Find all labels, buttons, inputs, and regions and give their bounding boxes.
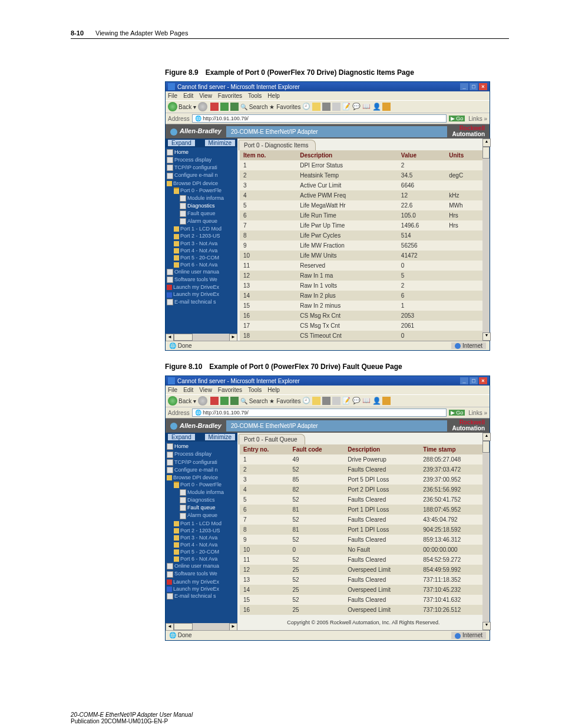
nav-item[interactable]: Port 6 - Not Ava bbox=[167, 555, 237, 562]
history-icon[interactable]: 🕘 bbox=[302, 397, 310, 405]
stop-icon[interactable] bbox=[210, 397, 219, 405]
links-label[interactable]: Links » bbox=[468, 116, 487, 122]
back-button[interactable]: Back ▾ bbox=[168, 396, 196, 406]
content-tab[interactable]: Port 0 - Fault Queue bbox=[239, 434, 305, 444]
nav-item[interactable]: Port 1 - LCD Mod bbox=[167, 520, 237, 527]
minimize-button[interactable]: Minimize bbox=[205, 434, 235, 440]
nav-item[interactable]: Diagnostics bbox=[167, 202, 237, 210]
menu-item[interactable]: Favorites bbox=[218, 93, 242, 99]
menu-item[interactable]: File bbox=[168, 387, 177, 393]
gear-icon[interactable] bbox=[382, 103, 391, 111]
home-icon[interactable] bbox=[230, 397, 239, 405]
menu-item[interactable]: View bbox=[199, 387, 212, 393]
nav-item[interactable]: Port 2 - 1203-US bbox=[167, 527, 237, 534]
print-icon[interactable] bbox=[322, 103, 330, 111]
address-input[interactable]: 🌐 http://10.91.100.79/ bbox=[192, 114, 447, 123]
maximize-button[interactable]: □ bbox=[470, 83, 478, 90]
edit-icon[interactable]: 📝 bbox=[342, 103, 351, 111]
nav-item[interactable]: Module informa bbox=[167, 489, 237, 496]
go-button[interactable]: ▶ Go bbox=[449, 116, 465, 121]
nav-item[interactable]: Port 1 - LCD Mod bbox=[167, 225, 237, 232]
back-button[interactable]: Back ▾ bbox=[168, 102, 196, 111]
nav-item[interactable]: Port 6 - Not Ava bbox=[167, 261, 237, 268]
nav-item[interactable]: Module informa bbox=[167, 195, 237, 202]
discuss-icon[interactable]: 💬 bbox=[352, 397, 361, 405]
content-tab[interactable]: Port 0 - Diagnostic Items bbox=[239, 140, 316, 150]
minimize-button[interactable]: _ bbox=[460, 83, 468, 90]
print-icon[interactable] bbox=[322, 397, 330, 405]
home-icon[interactable] bbox=[230, 103, 239, 111]
favorites-button[interactable]: ★ Favorites bbox=[269, 398, 300, 404]
nav-item[interactable]: Home bbox=[167, 443, 237, 450]
nav-item[interactable]: Configure e-mail n bbox=[167, 466, 237, 474]
menu-item[interactable]: Favorites bbox=[218, 387, 242, 393]
nav-item[interactable]: Port 5 - 20-COM bbox=[167, 548, 237, 555]
menu-item[interactable]: Help bbox=[267, 93, 280, 99]
folder-icon[interactable] bbox=[312, 103, 320, 111]
nav-item[interactable]: Diagnostics bbox=[167, 496, 237, 504]
vertical-scrollbar[interactable]: ▲▼ bbox=[482, 139, 490, 341]
nav-item[interactable]: Process display bbox=[167, 450, 237, 458]
nav-item[interactable]: Process display bbox=[167, 156, 237, 164]
menu-item[interactable]: Tools bbox=[248, 93, 262, 99]
nav-item[interactable]: Launch my DriveEx bbox=[167, 284, 237, 291]
messenger-icon[interactable]: 👤 bbox=[372, 397, 381, 405]
menu-item[interactable]: File bbox=[168, 93, 177, 99]
stop-icon[interactable] bbox=[210, 103, 219, 111]
nav-item[interactable]: Home bbox=[167, 149, 237, 156]
nav-item[interactable]: Port 4 - Not Ava bbox=[167, 247, 237, 254]
mail-icon[interactable] bbox=[332, 103, 340, 111]
search-button[interactable]: 🔍 Search bbox=[240, 104, 267, 110]
mail-icon[interactable] bbox=[332, 397, 340, 405]
gear-icon[interactable] bbox=[382, 397, 391, 405]
forward-button[interactable] bbox=[198, 102, 207, 111]
refresh-icon[interactable] bbox=[220, 103, 229, 111]
nav-scrollbar[interactable]: ◄► bbox=[166, 623, 237, 630]
search-button[interactable]: 🔍 Search bbox=[240, 398, 267, 404]
close-button[interactable]: × bbox=[479, 83, 487, 90]
menu-item[interactable]: Edit bbox=[183, 387, 193, 393]
nav-item[interactable]: Port 2 - 1203-US bbox=[167, 232, 237, 239]
nav-item[interactable]: Launch my DriveEx bbox=[167, 578, 237, 585]
messenger-icon[interactable]: 👤 bbox=[372, 103, 381, 111]
edit-icon[interactable]: 📝 bbox=[342, 397, 351, 405]
forward-button[interactable] bbox=[198, 396, 207, 406]
nav-item[interactable]: TCP/IP configurati bbox=[167, 164, 237, 172]
nav-item[interactable]: E-mail technical s bbox=[167, 298, 237, 306]
nav-item[interactable]: Alarm queue bbox=[167, 512, 237, 519]
nav-item[interactable]: Fault queue bbox=[167, 504, 237, 512]
nav-item[interactable]: Software tools We bbox=[167, 570, 237, 578]
nav-item[interactable]: Port 4 - Not Ava bbox=[167, 541, 237, 548]
menu-item[interactable]: Tools bbox=[248, 387, 262, 393]
minimize-button[interactable]: _ bbox=[460, 377, 468, 384]
nav-item[interactable]: Browse DPI device bbox=[167, 180, 237, 187]
nav-item[interactable]: Port 0 - PowerFle bbox=[167, 187, 237, 195]
favorites-button[interactable]: ★ Favorites bbox=[269, 104, 300, 110]
nav-item[interactable]: E-mail technical s bbox=[167, 592, 237, 600]
nav-item[interactable]: Online user manua bbox=[167, 268, 237, 276]
go-button[interactable]: ▶ Go bbox=[449, 410, 465, 416]
nav-item[interactable]: Browse DPI device bbox=[167, 474, 237, 481]
vertical-scrollbar[interactable]: ▲▼ bbox=[482, 433, 490, 630]
nav-item[interactable]: TCP/IP configurati bbox=[167, 459, 237, 466]
close-button[interactable]: × bbox=[479, 377, 487, 384]
links-label[interactable]: Links » bbox=[468, 410, 487, 416]
refresh-icon[interactable] bbox=[220, 397, 229, 405]
maximize-button[interactable]: □ bbox=[470, 377, 478, 384]
research-icon[interactable]: 📖 bbox=[362, 103, 371, 111]
expand-button[interactable]: Expand bbox=[168, 140, 195, 146]
history-icon[interactable]: 🕘 bbox=[302, 103, 310, 111]
nav-item[interactable]: Configure e-mail n bbox=[167, 172, 237, 179]
nav-item[interactable]: Alarm queue bbox=[167, 218, 237, 225]
expand-button[interactable]: Expand bbox=[168, 434, 195, 440]
address-input[interactable]: 🌐 http://10.91.100.79/ bbox=[192, 409, 447, 417]
nav-item[interactable]: Online user manua bbox=[167, 562, 237, 570]
nav-item[interactable]: Port 3 - Not Ava bbox=[167, 240, 237, 247]
nav-item[interactable]: Port 5 - 20-COM bbox=[167, 254, 237, 261]
discuss-icon[interactable]: 💬 bbox=[352, 103, 361, 111]
nav-item[interactable]: Port 3 - Not Ava bbox=[167, 534, 237, 541]
nav-item[interactable]: Launch my DriveEx bbox=[167, 291, 237, 298]
nav-item[interactable]: Fault queue bbox=[167, 210, 237, 218]
nav-item[interactable]: Launch my DriveEx bbox=[167, 585, 237, 592]
folder-icon[interactable] bbox=[312, 397, 320, 405]
